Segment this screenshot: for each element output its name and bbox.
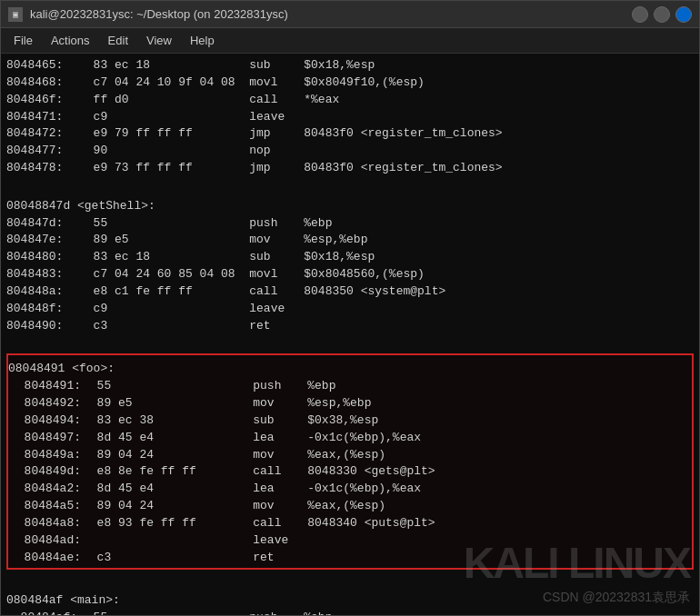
terminal-content[interactable]: 8048465: 83 ec 18 sub $0x18,%esp 8048468… xyxy=(1,54,699,615)
asm-line: 8048465: 83 ec 18 sub $0x18,%esp xyxy=(6,57,694,75)
asm-line: 80484a5: 89 04 24 mov %eax,(%esp) xyxy=(8,498,692,515)
asm-line: 80484a2: 8d 45 e4 lea -0x1c(%ebp),%eax xyxy=(8,481,692,498)
window-title: kali@20232831ysc: ~/Desktop (on 20232831… xyxy=(30,7,288,21)
maximize-button[interactable] xyxy=(675,6,692,23)
menu-file[interactable]: File xyxy=(6,30,40,51)
section-main-header: 080484af <main>: xyxy=(6,592,694,610)
restore-button[interactable] xyxy=(654,6,670,23)
window-icon: ▣ xyxy=(8,7,23,22)
menu-view[interactable]: View xyxy=(139,30,179,51)
menu-bar: File Actions Edit View Help xyxy=(1,28,699,54)
asm-line: 804846f: ff d0 call *%eax xyxy=(6,92,694,109)
section-foo-header: 08048491 <foo>: xyxy=(8,361,692,378)
menu-edit[interactable]: Edit xyxy=(101,30,135,51)
menu-help[interactable]: Help xyxy=(183,30,222,51)
minimize-button[interactable] xyxy=(632,6,648,23)
asm-line: 80484af: 55 push %ebp xyxy=(6,610,694,615)
asm-line: 8048477: 90 nop xyxy=(6,143,694,160)
asm-line: 804849d: e8 8e fe ff ff call 8048330 <ge… xyxy=(8,463,692,481)
asm-line: 80484ad: leave xyxy=(8,532,692,550)
title-bar: ▣ kali@20232831ysc: ~/Desktop (on 202328… xyxy=(1,1,699,28)
highlighted-foo-block: 08048491 <foo>: 8048491: 55 push %ebp 80… xyxy=(6,353,694,570)
asm-line: 8048491: 55 push %ebp xyxy=(8,378,692,395)
asm-line: 8048492: 89 e5 mov %esp,%ebp xyxy=(8,395,692,412)
asm-line: 8048497: 8d 45 e4 lea -0x1c(%ebp),%eax xyxy=(8,430,692,447)
asm-line: 8048478: e9 73 ff ff ff jmp 80483f0 <reg… xyxy=(6,160,694,177)
asm-line: 804848a: e8 c1 fe ff ff call 8048350 <sy… xyxy=(6,283,694,301)
section-getshell-header: 08048847d <getShell>: xyxy=(6,198,694,215)
asm-line: 8048472: e9 79 ff ff ff jmp 80483f0 <reg… xyxy=(6,125,694,143)
menu-actions[interactable]: Actions xyxy=(44,30,97,51)
asm-line: 8048483: c7 04 24 60 85 04 08 movl $0x80… xyxy=(6,266,694,283)
title-bar-left: ▣ kali@20232831ysc: ~/Desktop (on 202328… xyxy=(8,7,288,22)
asm-line: 804847d: 55 push %ebp xyxy=(6,215,694,233)
asm-line: 804847e: 89 e5 mov %esp,%ebp xyxy=(6,232,694,249)
asm-line: 80484a8: e8 93 fe ff ff call 8048340 <pu… xyxy=(8,515,692,532)
window-controls xyxy=(632,6,692,23)
asm-line: 804848f: c9 leave xyxy=(6,301,694,318)
asm-line: 8048468: c7 04 24 10 9f 04 08 movl $0x80… xyxy=(6,75,694,92)
asm-line: 80484ae: c3 ret xyxy=(8,550,692,567)
asm-line: 8048494: 83 ec 38 sub $0x38,%esp xyxy=(8,412,692,430)
asm-line: 804849a: 89 04 24 mov %eax,(%esp) xyxy=(8,447,692,464)
terminal-window: ▣ kali@20232831ysc: ~/Desktop (on 202328… xyxy=(0,0,700,616)
asm-line: 8048490: c3 ret xyxy=(6,318,694,335)
asm-line: 8048471: c9 leave xyxy=(6,109,694,126)
asm-line: 8048480: 83 ec 18 sub $0x18,%esp xyxy=(6,249,694,266)
